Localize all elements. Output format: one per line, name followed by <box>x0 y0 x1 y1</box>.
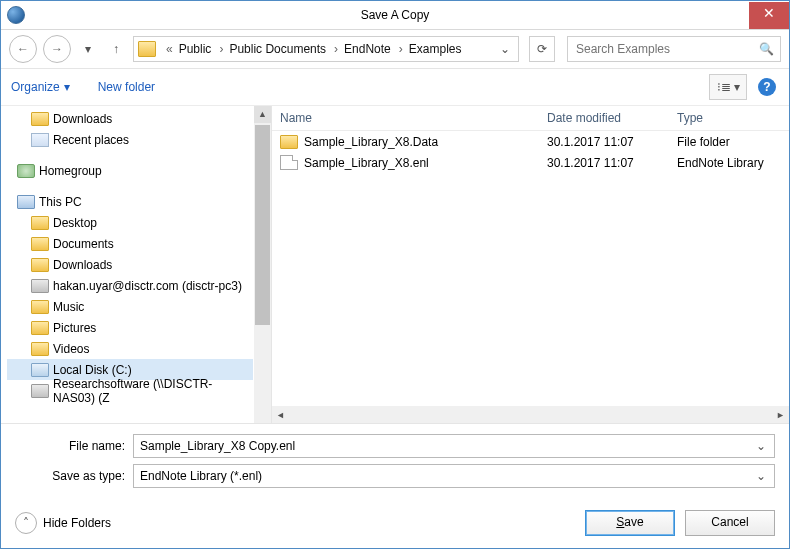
refresh-button[interactable]: ⟳ <box>529 36 555 62</box>
tree-item-label: Music <box>53 300 84 314</box>
scroll-right-icon[interactable]: ► <box>772 410 789 420</box>
forward-button[interactable]: → <box>43 35 71 63</box>
navigation-tree[interactable]: DownloadsRecent placesHomegroupThis PCDe… <box>1 106 271 423</box>
search-icon[interactable]: 🔍 <box>759 42 774 56</box>
tree-item-label: Desktop <box>53 216 97 230</box>
file-date: 30.1.2017 11:07 <box>539 135 669 149</box>
view-options-button[interactable]: ⁝≣ ▾ <box>709 74 747 100</box>
tree-item[interactable]: This PC <box>7 191 253 212</box>
tree-item[interactable]: Documents <box>7 233 253 254</box>
window-title: Save A Copy <box>1 8 789 22</box>
recent-icon <box>31 133 49 147</box>
address-drop[interactable]: ⌄ <box>496 42 514 56</box>
savetype-label: Save as type: <box>15 469 125 483</box>
chevron-down-icon: ▾ <box>734 80 740 94</box>
doc-icon <box>280 155 298 170</box>
new-folder-button[interactable]: New folder <box>98 80 155 94</box>
net-icon <box>31 384 49 398</box>
file-list: Name Date modified Type Sample_Library_X… <box>272 106 789 423</box>
file-name: Sample_Library_X8.enl <box>304 156 429 170</box>
folder-icon <box>31 258 49 272</box>
col-date[interactable]: Date modified <box>539 111 669 125</box>
savetype-input[interactable] <box>138 468 752 484</box>
tree-item[interactable]: Researchsoftware (\\DISCTR-NAS03) (Z <box>7 380 253 401</box>
breadcrumb-sep: › <box>393 42 407 56</box>
breadcrumb-sep: › <box>328 42 342 56</box>
tree-item-label: Downloads <box>53 258 112 272</box>
folder-icon <box>31 342 49 356</box>
col-name[interactable]: Name <box>272 111 539 125</box>
folder-icon <box>31 300 49 314</box>
filename-drop[interactable]: ⌄ <box>752 439 770 453</box>
save-button[interactable]: Save <box>585 510 675 536</box>
file-row[interactable]: Sample_Library_X8.enl30.1.2017 11:07EndN… <box>272 152 789 173</box>
hide-folders-label: Hide Folders <box>43 516 111 530</box>
tree-item[interactable]: Downloads <box>7 108 253 129</box>
breadcrumb-item[interactable]: Public <box>177 42 214 56</box>
view-icon: ⁝≣ <box>717 80 731 94</box>
column-headers: Name Date modified Type <box>272 106 789 131</box>
folder-icon <box>31 216 49 230</box>
organize-menu[interactable]: Organize ▾ <box>11 80 70 94</box>
save-dialog: Save A Copy ✕ ← → ▾ ↑ « Public › Public … <box>0 0 790 549</box>
tree-item[interactable]: Pictures <box>7 317 253 338</box>
tree-item[interactable]: Downloads <box>7 254 253 275</box>
tree-item-label: Pictures <box>53 321 96 335</box>
tree-item-label: Downloads <box>53 112 112 126</box>
scroll-up-icon[interactable]: ▲ <box>254 106 271 123</box>
breadcrumb-item[interactable]: Examples <box>407 42 464 56</box>
svg-text:?: ? <box>763 80 770 94</box>
titlebar: Save A Copy ✕ <box>1 1 789 30</box>
footer: ˄ Hide Folders Save Cancel <box>1 504 789 548</box>
body: DownloadsRecent placesHomegroupThis PCDe… <box>1 106 789 423</box>
file-row[interactable]: Sample_Library_X8.Data30.1.2017 11:07Fil… <box>272 131 789 152</box>
tree-item-label: Homegroup <box>39 164 102 178</box>
save-label-rest: ave <box>624 515 643 529</box>
breadcrumb-sep: › <box>213 42 227 56</box>
folder-icon <box>31 237 49 251</box>
filename-input[interactable] <box>138 438 752 454</box>
filename-label: File name: <box>15 439 125 453</box>
help-button[interactable]: ? <box>755 75 779 99</box>
file-type: EndNote Library <box>669 156 789 170</box>
tree-item-label: Videos <box>53 342 89 356</box>
savetype-drop[interactable]: ⌄ <box>752 469 770 483</box>
tree-item[interactable]: Homegroup <box>7 160 253 181</box>
tree-item-label: Local Disk (C:) <box>53 363 132 377</box>
scroll-thumb[interactable] <box>255 125 270 325</box>
filename-field[interactable]: ⌄ <box>133 434 775 458</box>
form-area: File name: ⌄ Save as type: ⌄ <box>1 423 789 504</box>
tree-scrollbar[interactable]: ▲ <box>254 106 271 423</box>
scroll-left-icon[interactable]: ◄ <box>272 410 289 420</box>
chevron-down-icon: ▾ <box>64 80 70 94</box>
search-box[interactable]: 🔍 <box>567 36 781 62</box>
tree-item[interactable]: Desktop <box>7 212 253 233</box>
tree-item-label: Recent places <box>53 133 129 147</box>
file-type: File folder <box>669 135 789 149</box>
nav-bar: ← → ▾ ↑ « Public › Public Documents › En… <box>1 30 789 69</box>
recent-locations-drop[interactable]: ▾ <box>77 42 99 56</box>
hide-folders-button[interactable]: ˄ Hide Folders <box>15 512 111 534</box>
breadcrumb-item[interactable]: Public Documents <box>227 42 328 56</box>
tree-item-label: Documents <box>53 237 114 251</box>
back-button[interactable]: ← <box>9 35 37 63</box>
address-bar[interactable]: « Public › Public Documents › EndNote › … <box>133 36 519 62</box>
savetype-field[interactable]: ⌄ <box>133 464 775 488</box>
up-button[interactable]: ↑ <box>105 42 127 56</box>
list-h-scrollbar[interactable]: ◄ ► <box>272 406 789 423</box>
breadcrumb-item[interactable]: EndNote <box>342 42 393 56</box>
file-name: Sample_Library_X8.Data <box>304 135 438 149</box>
tree-item[interactable]: Music <box>7 296 253 317</box>
disk-icon <box>31 363 49 377</box>
tree-item-label: hakan.uyar@disctr.com (disctr-pc3) <box>53 279 242 293</box>
toolbar: Organize ▾ New folder ⁝≣ ▾ ? <box>1 69 789 106</box>
collapse-icon: ˄ <box>15 512 37 534</box>
cancel-button[interactable]: Cancel <box>685 510 775 536</box>
folder-icon <box>280 135 298 149</box>
net-icon <box>31 279 49 293</box>
search-input[interactable] <box>574 41 728 57</box>
tree-item[interactable]: Recent places <box>7 129 253 150</box>
tree-item[interactable]: Videos <box>7 338 253 359</box>
col-type[interactable]: Type <box>669 111 789 125</box>
tree-item[interactable]: hakan.uyar@disctr.com (disctr-pc3) <box>7 275 253 296</box>
